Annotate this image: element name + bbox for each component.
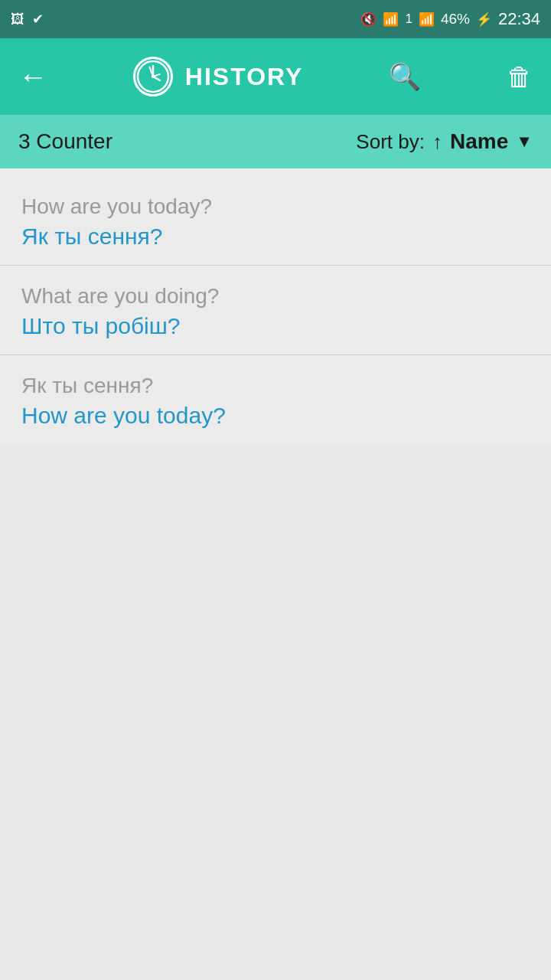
search-button[interactable]: 🔍 — [389, 61, 421, 92]
counter-text: 3 Counter — [18, 129, 112, 154]
sort-arrow-icon: ↑ — [432, 130, 442, 154]
status-bar: 🖼 ✔ 🔇 📶 1 📶 46% ⚡ 22:34 — [0, 0, 551, 38]
battery-icon: ⚡ — [476, 11, 492, 28]
item-primary-text: What are you doing? — [21, 284, 530, 309]
battery-text: 46% — [441, 11, 470, 28]
svg-point-3 — [152, 75, 155, 78]
item-secondary-text: How are you today? — [21, 403, 530, 429]
delete-button[interactable]: 🗑 — [507, 62, 533, 92]
app-bar-center: HISTORY — [133, 57, 303, 96]
history-icon — [133, 57, 173, 96]
item-secondary-text: Што ты робіш? — [21, 313, 530, 339]
status-left-icons: 🖼 ✔ — [11, 11, 44, 28]
sort-name: Name — [450, 129, 508, 154]
history-list: How are you today? Як ты сення? What are… — [0, 168, 551, 444]
list-item[interactable]: Як ты сення? How are you today? — [0, 355, 551, 444]
item-primary-text: Як ты сення? — [21, 374, 530, 398]
app-bar-title: HISTORY — [185, 63, 303, 91]
photo-icon: 🖼 — [11, 11, 24, 28]
status-time: 22:34 — [498, 9, 540, 29]
wifi-icon: 📶 — [383, 11, 399, 28]
clock-svg — [135, 59, 171, 94]
back-button[interactable]: ← — [18, 60, 47, 93]
mute-icon: 🔇 — [360, 11, 377, 28]
item-primary-text: How are you today? — [21, 194, 530, 219]
check-icon: ✔ — [32, 11, 44, 28]
list-item[interactable]: How are you today? Як ты сення? — [0, 176, 551, 266]
app-bar: ← HISTORY 🔍 🗑 — [0, 38, 551, 115]
sim-icon: 1 — [405, 11, 412, 27]
signal-icon: 📶 — [419, 11, 435, 28]
status-right-icons: 🔇 📶 1 📶 46% ⚡ 22:34 — [360, 9, 540, 29]
item-secondary-text: Як ты сення? — [21, 224, 530, 250]
sort-controls[interactable]: Sort by: ↑ Name ▼ — [356, 129, 533, 154]
sort-dropdown-icon[interactable]: ▼ — [516, 132, 533, 152]
list-item[interactable]: What are you doing? Што ты робіш? — [0, 266, 551, 355]
sort-by-label: Sort by: — [356, 130, 425, 154]
sort-bar: 3 Counter Sort by: ↑ Name ▼ — [0, 115, 551, 168]
